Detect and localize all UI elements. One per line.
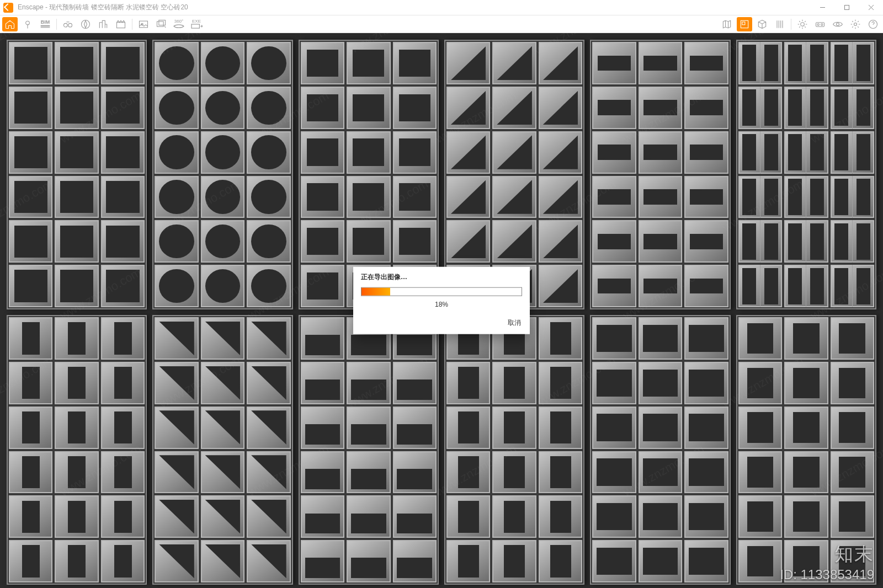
settings-icon[interactable] bbox=[848, 17, 863, 31]
bim-icon[interactable]: BIM bbox=[38, 17, 53, 31]
brick-cell bbox=[592, 451, 636, 494]
brick-cell bbox=[738, 362, 782, 404]
screenshot-icon[interactable] bbox=[136, 17, 151, 31]
render-viewport[interactable]: www.znzmo.comwww.znzmo.comwww.znzmo.comw… bbox=[0, 33, 883, 494]
brick-cell bbox=[639, 317, 682, 360]
pin-icon[interactable] bbox=[20, 17, 35, 31]
brick-panel-double bbox=[736, 315, 876, 494]
svg-point-17 bbox=[837, 23, 839, 25]
app-title: Enscape - 现代预制砖墙 镂空砖隔断 水泥镂空砖 空心砖20 bbox=[18, 3, 188, 12]
brick-cell bbox=[738, 176, 782, 218]
brick-cell bbox=[446, 451, 490, 494]
brick-cell bbox=[492, 131, 536, 174]
svg-point-3 bbox=[68, 23, 72, 27]
window-minimize-button[interactable] bbox=[810, 0, 834, 15]
brick-cell bbox=[247, 87, 290, 129]
brick-cell bbox=[247, 42, 290, 84]
brick-cell bbox=[592, 317, 636, 360]
brick-cell bbox=[9, 362, 52, 404]
pano-360-icon[interactable]: 360° bbox=[171, 17, 187, 31]
brick-cell bbox=[738, 451, 782, 494]
brick-cell bbox=[247, 265, 290, 307]
brick-cell bbox=[492, 176, 536, 218]
brick-cell bbox=[784, 220, 828, 263]
brick-cell bbox=[831, 265, 874, 307]
svg-rect-8 bbox=[157, 22, 164, 26]
brick-cell bbox=[539, 407, 582, 449]
map-icon[interactable] bbox=[719, 17, 735, 31]
brick-cell bbox=[9, 220, 52, 263]
eye-icon[interactable] bbox=[830, 17, 845, 31]
brick-cell bbox=[539, 362, 582, 404]
batch-render-icon[interactable] bbox=[153, 17, 169, 31]
brick-cell bbox=[539, 131, 582, 174]
brick-cell bbox=[347, 362, 390, 404]
brick-cell bbox=[539, 220, 582, 263]
help-icon[interactable] bbox=[865, 17, 881, 31]
brick-cell bbox=[592, 220, 636, 263]
brick-cell bbox=[393, 176, 437, 218]
brick-cell bbox=[738, 42, 782, 84]
brick-cell bbox=[247, 451, 290, 494]
brick-cell bbox=[738, 407, 782, 449]
minimap-icon[interactable] bbox=[737, 17, 752, 31]
brick-cell bbox=[446, 131, 490, 174]
brick-cell bbox=[201, 317, 244, 360]
brick-cell bbox=[101, 407, 145, 449]
brick-cell bbox=[831, 407, 874, 449]
progress-bar-fill bbox=[361, 288, 390, 296]
brick-cell bbox=[784, 42, 828, 84]
brick-cell bbox=[155, 220, 198, 263]
box-icon[interactable] bbox=[754, 17, 770, 31]
brick-cell bbox=[446, 407, 490, 449]
curtain-icon[interactable] bbox=[772, 17, 788, 31]
binoculars-icon[interactable] bbox=[60, 17, 76, 31]
brick-cell bbox=[201, 362, 244, 404]
brick-cell bbox=[155, 362, 198, 404]
home-icon[interactable] bbox=[2, 17, 18, 31]
brick-cell bbox=[301, 87, 344, 129]
brick-cell bbox=[9, 451, 52, 494]
brick-cell bbox=[784, 317, 828, 360]
brick-cell bbox=[446, 176, 490, 218]
brick-cell bbox=[639, 87, 682, 129]
brick-cell bbox=[301, 407, 344, 449]
brick-cell bbox=[738, 317, 782, 360]
brick-cell bbox=[301, 220, 344, 263]
brick-cell bbox=[201, 176, 244, 218]
brick-cell bbox=[446, 220, 490, 263]
brick-panel-hslot bbox=[590, 40, 730, 309]
compass-icon[interactable] bbox=[78, 17, 93, 31]
brick-cell bbox=[831, 317, 874, 360]
brick-cell bbox=[155, 407, 198, 449]
brick-cell bbox=[9, 317, 52, 360]
brick-cell bbox=[9, 42, 52, 84]
brick-cell bbox=[393, 451, 437, 494]
brick-cell bbox=[592, 265, 636, 307]
brick-cell bbox=[684, 42, 728, 84]
brick-cell bbox=[101, 87, 145, 129]
brick-cell bbox=[201, 131, 244, 174]
svg-rect-6 bbox=[140, 21, 148, 28]
brick-cell bbox=[201, 451, 244, 494]
progress-percent-label: 18% bbox=[353, 297, 530, 314]
window-close-button[interactable] bbox=[859, 0, 883, 15]
brick-cell bbox=[539, 87, 582, 129]
window-maximize-button[interactable] bbox=[834, 0, 859, 15]
brick-cell bbox=[247, 407, 290, 449]
clapper-icon[interactable] bbox=[113, 17, 129, 31]
brick-cell bbox=[55, 176, 98, 218]
brick-cell bbox=[784, 131, 828, 174]
sun-icon[interactable] bbox=[795, 17, 810, 31]
brick-cell bbox=[539, 451, 582, 494]
svg-rect-9 bbox=[159, 20, 166, 25]
brick-cell bbox=[9, 407, 52, 449]
vr-icon[interactable] bbox=[812, 17, 828, 31]
brick-cell bbox=[247, 220, 290, 263]
brick-cell bbox=[684, 362, 728, 404]
buildings-icon[interactable] bbox=[95, 17, 111, 31]
brick-cell bbox=[393, 42, 437, 84]
export-exe-icon[interactable]: EXE bbox=[189, 17, 204, 31]
brick-cell bbox=[492, 362, 536, 404]
cancel-button[interactable]: 取消 bbox=[508, 318, 521, 328]
